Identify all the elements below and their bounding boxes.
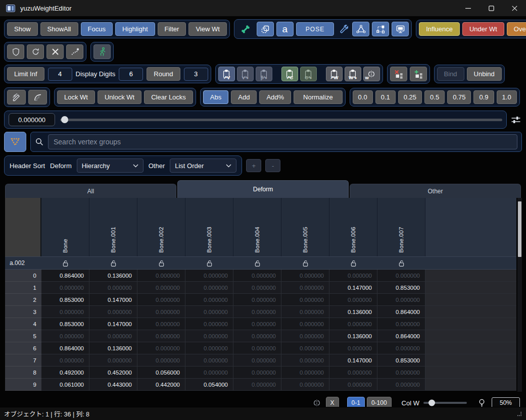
weight-cell[interactable]: 0.000000	[233, 270, 281, 282]
search-input[interactable]	[48, 134, 517, 149]
weight-cell[interactable]: 0.853000	[41, 294, 89, 306]
vertex-square-button[interactable]	[372, 22, 389, 36]
weight-cell[interactable]: 0.000000	[233, 282, 281, 294]
weight-cell[interactable]: 0.000000	[233, 330, 281, 342]
weight-cell[interactable]: 0.000000	[41, 306, 89, 318]
weight-cell[interactable]: 0.000000	[281, 306, 329, 318]
weight-cell[interactable]: 0.000000	[185, 306, 233, 318]
weight-cell[interactable]: 0.000000	[329, 294, 377, 306]
pose-mode-button[interactable]: POSE	[296, 22, 334, 36]
lock-cell[interactable]	[137, 259, 185, 267]
weight-cell[interactable]: 0.000000	[89, 354, 137, 366]
highlight-button[interactable]: Highlight	[115, 22, 155, 36]
preset-01-button[interactable]: 0.1	[375, 90, 396, 104]
clear-x-button[interactable]	[46, 44, 64, 59]
copy-vertex-button[interactable]: ↗V	[218, 67, 235, 81]
weight-cell[interactable]: 0.000000	[281, 318, 329, 330]
lock-cell[interactable]	[185, 259, 233, 267]
round-button[interactable]: Round	[147, 67, 180, 81]
weight-cell[interactable]: 0.000000	[377, 318, 425, 330]
show-button[interactable]: Show	[7, 22, 38, 36]
row-number[interactable]: 7	[5, 354, 41, 366]
weight-cell[interactable]: 0.056000	[137, 366, 185, 379]
overwt-button[interactable]: Over Wt	[507, 22, 526, 36]
bind-button[interactable]: Bind	[437, 67, 464, 81]
limit-inf-value[interactable]: 4	[48, 68, 72, 81]
weight-cell[interactable]: 0.864000	[41, 270, 89, 282]
weight-cell[interactable]: 0.136000	[89, 342, 137, 354]
preset-025-button[interactable]: 0.25	[398, 90, 422, 104]
pencil-slash-button[interactable]	[7, 90, 26, 104]
col-width-handle[interactable]	[428, 400, 435, 406]
limit-inf-button[interactable]: Limit Inf	[7, 67, 44, 81]
weight-cell[interactable]: 0.000000	[281, 366, 329, 379]
weight-cell[interactable]: 0.000000	[137, 294, 185, 306]
weight-cell[interactable]: 0.054000	[185, 379, 233, 391]
copy-weights-button[interactable]: ↗W	[326, 67, 343, 81]
sort-plus-button[interactable]: +	[246, 159, 261, 172]
weight-cell[interactable]: 0.000000	[329, 318, 377, 330]
row-number[interactable]: 8	[5, 366, 41, 379]
vertex-group-button[interactable]	[4, 132, 26, 152]
row-number[interactable]: 0	[5, 270, 41, 282]
weight-cell[interactable]: 0.000000	[41, 330, 89, 342]
display-digits-value[interactable]: 6	[119, 68, 143, 81]
column-header-bone-004[interactable]: Bone.004	[233, 198, 281, 256]
paste-vertex-button[interactable]: V↘	[237, 67, 254, 81]
weight-cell[interactable]: 0.000000	[233, 306, 281, 318]
weight-cell[interactable]: 0.853000	[377, 282, 425, 294]
add-percent-button[interactable]: Add%	[259, 90, 291, 104]
weight-cell[interactable]: 0.000000	[89, 306, 137, 318]
shield-button[interactable]	[7, 44, 24, 59]
weight-cell[interactable]: 0.000000	[377, 342, 425, 354]
weight-cell[interactable]: 0.864000	[377, 330, 425, 342]
weight-cell[interactable]: 0.000000	[281, 342, 329, 354]
weight-cell[interactable]: 0.442000	[137, 379, 185, 391]
weight-slider-handle[interactable]	[61, 116, 68, 123]
weight-cell[interactable]: 0.000000	[377, 366, 425, 379]
weight-cell[interactable]: 0.147000	[89, 318, 137, 330]
lock-row-label[interactable]: a.002	[5, 259, 41, 267]
weight-cell[interactable]: 0.000000	[233, 342, 281, 354]
letter-a-button[interactable]: a	[276, 22, 294, 36]
row-number[interactable]: 3	[5, 306, 41, 318]
viewwt-button[interactable]: View Wt	[188, 22, 226, 36]
weight-cell[interactable]: 0.492000	[41, 366, 89, 379]
lock-cell[interactable]	[233, 259, 281, 267]
bulb-icon[interactable]	[478, 398, 486, 408]
influence-button[interactable]: Influence	[419, 22, 460, 36]
weight-cell[interactable]: 0.000000	[281, 282, 329, 294]
weight-cell[interactable]: 0.000000	[329, 366, 377, 379]
weight-cell[interactable]: 0.000000	[137, 342, 185, 354]
weight-cell[interactable]: 0.000000	[185, 330, 233, 342]
column-header-bone-007[interactable]: Bone.007	[377, 198, 425, 256]
weight-cell[interactable]: 0.000000	[185, 366, 233, 379]
column-header-bone-003[interactable]: Bone.003	[185, 198, 233, 256]
weight-cell[interactable]: 0.061000	[41, 379, 89, 391]
weight-cell[interactable]: 0.000000	[377, 294, 425, 306]
row-number[interactable]: 4	[5, 318, 41, 330]
weight-cell[interactable]: 0.000000	[377, 270, 425, 282]
paste-vertex-flip-button[interactable]: β↘	[256, 67, 272, 81]
runner-button[interactable]	[93, 44, 111, 59]
add-groups-button[interactable]	[410, 67, 427, 81]
weight-cell[interactable]: 0.000000	[185, 354, 233, 366]
col-width-slider[interactable]	[423, 402, 467, 404]
lock-cell[interactable]	[41, 259, 89, 267]
weight-cell[interactable]: 0.000000	[89, 330, 137, 342]
weight-cell[interactable]: 0.000000	[233, 354, 281, 366]
refresh-button[interactable]	[27, 44, 44, 59]
weight-cell[interactable]: 0.000000	[137, 330, 185, 342]
row-number[interactable]: 2	[5, 294, 41, 306]
weight-cell[interactable]: 0.000000	[233, 294, 281, 306]
scrollbar-thumb[interactable]	[518, 201, 521, 257]
unbind-button[interactable]: Unbind	[467, 67, 502, 81]
weight-cell[interactable]: 0.000000	[281, 270, 329, 282]
row-number[interactable]: 1	[5, 282, 41, 294]
column-header-bone-002[interactable]: Bone.002	[137, 198, 185, 256]
weight-cell[interactable]: 0.000000	[233, 318, 281, 330]
monitor-button[interactable]	[392, 22, 409, 36]
weight-cell[interactable]: 0.000000	[137, 270, 185, 282]
abs-button[interactable]: Abs	[203, 90, 228, 104]
weight-cell[interactable]: 0.000000	[281, 379, 329, 391]
